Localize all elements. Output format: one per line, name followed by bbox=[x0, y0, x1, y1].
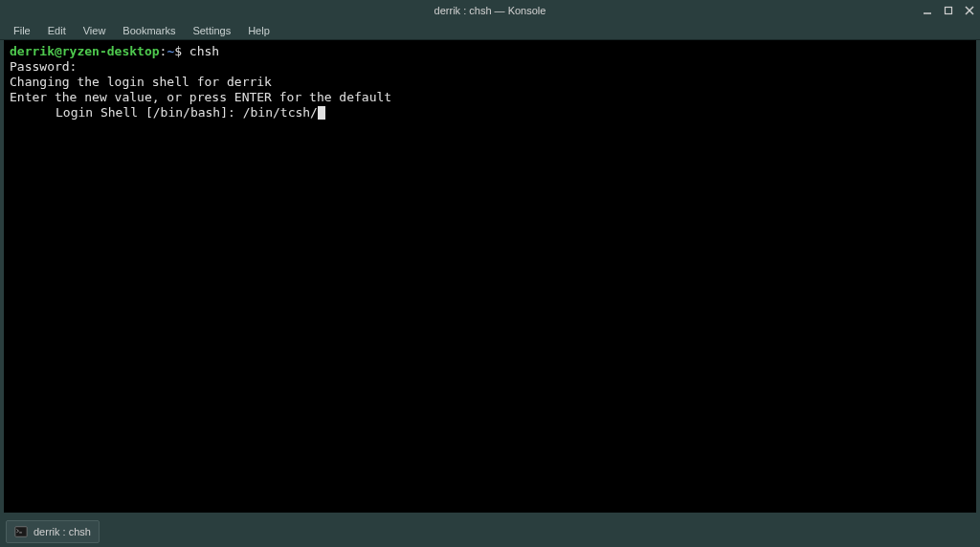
login-shell-prompt: Login Shell [/bin/bash]: bbox=[56, 105, 243, 120]
prompt-dollar: $ bbox=[174, 44, 182, 58]
konsole-window: derrik : chsh — Konsole File Edit View B… bbox=[0, 0, 980, 516]
menu-help[interactable]: Help bbox=[240, 23, 278, 38]
window-controls bbox=[921, 0, 976, 21]
terminal-icon bbox=[14, 525, 28, 538]
window-title: derrik : chsh — Konsole bbox=[434, 5, 546, 16]
menu-view[interactable]: View bbox=[76, 23, 114, 38]
svg-rect-1 bbox=[946, 8, 952, 14]
taskbar-item-konsole[interactable]: derrik : chsh bbox=[6, 520, 100, 543]
svg-rect-4 bbox=[15, 527, 27, 537]
terminal-line-prompt: derrik@ryzen-desktop:~$ chsh bbox=[10, 44, 970, 59]
login-shell-input: /bin/tcsh/ bbox=[243, 105, 318, 120]
titlebar[interactable]: derrik : chsh — Konsole bbox=[0, 0, 980, 21]
menu-settings[interactable]: Settings bbox=[185, 23, 238, 38]
close-button[interactable] bbox=[963, 4, 976, 17]
terminal-viewport[interactable]: derrik@ryzen-desktop:~$ chsh Password: C… bbox=[4, 40, 976, 513]
taskbar-item-label: derrik : chsh bbox=[33, 526, 91, 537]
terminal-line-password: Password: bbox=[10, 59, 970, 75]
menu-edit[interactable]: Edit bbox=[40, 23, 74, 38]
terminal-line-changing: Changing the login shell for derrik bbox=[10, 75, 970, 90]
menu-bookmarks[interactable]: Bookmarks bbox=[115, 23, 183, 38]
terminal-cursor bbox=[318, 106, 325, 120]
taskbar: derrik : chsh bbox=[0, 516, 980, 547]
prompt-user-host: derrik@ryzen-desktop bbox=[10, 44, 160, 58]
minimize-button[interactable] bbox=[921, 4, 934, 17]
command-text: chsh bbox=[182, 44, 219, 58]
terminal-line-login-shell: Login Shell [/bin/bash]: /bin/tcsh/ bbox=[10, 105, 970, 120]
menubar: File Edit View Bookmarks Settings Help bbox=[0, 21, 980, 40]
terminal-line-enter: Enter the new value, or press ENTER for … bbox=[10, 90, 970, 105]
menu-file[interactable]: File bbox=[6, 23, 38, 38]
maximize-button[interactable] bbox=[942, 4, 955, 17]
